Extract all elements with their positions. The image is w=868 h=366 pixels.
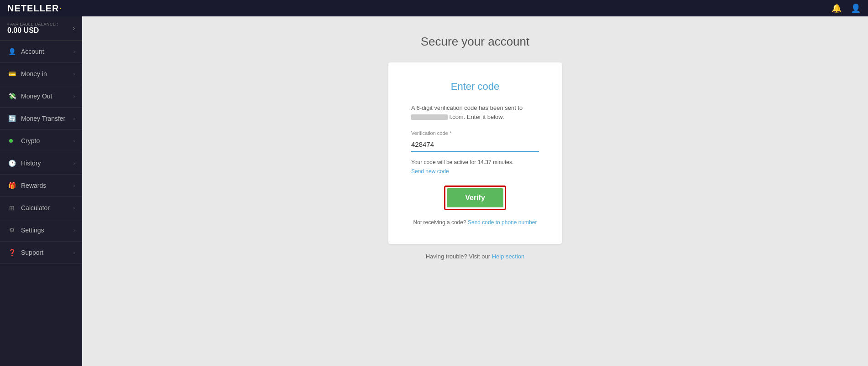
card-title: Enter code bbox=[411, 81, 539, 93]
support-arrow-icon: › bbox=[73, 250, 75, 255]
money-transfer-arrow-icon: › bbox=[73, 116, 75, 121]
verification-form-group: Verification code * bbox=[411, 130, 539, 152]
sidebar-item-calculator[interactable]: ⊞ Calculator › bbox=[0, 197, 82, 219]
sidebar-label-rewards: Rewards bbox=[21, 182, 46, 189]
balance-label: • AVAILABLE BALANCE : bbox=[7, 22, 58, 26]
sidebar-label-history: History bbox=[21, 160, 41, 167]
having-trouble-text: Having trouble? Visit our Help section bbox=[426, 253, 525, 260]
sidebar-label-money-out: Money Out bbox=[21, 93, 52, 100]
sidebar-label-money-transfer: Money Transfer bbox=[21, 115, 65, 122]
verification-code-input[interactable] bbox=[411, 138, 539, 152]
sidebar-label-money-in: Money in bbox=[21, 70, 47, 77]
crypto-icon bbox=[7, 136, 16, 145]
card-desc-prefix: A 6-digit verification code has been sen… bbox=[411, 104, 523, 111]
no-code-prefix: Not receiving a code? bbox=[413, 219, 466, 226]
verify-button[interactable]: Verify bbox=[447, 188, 503, 207]
help-section-link[interactable]: Help section bbox=[492, 253, 525, 260]
code-timer-text: Your code will be active for 14.37 minut… bbox=[411, 159, 539, 165]
trouble-prefix: Having trouble? Visit our bbox=[426, 253, 490, 260]
balance-amount: 0.00 USD bbox=[7, 26, 58, 35]
balance-arrow-icon: › bbox=[73, 25, 75, 31]
card-desc-suffix: l.com. Enter it below. bbox=[450, 113, 504, 120]
account-arrow-icon: › bbox=[73, 49, 75, 54]
verification-code-label: Verification code * bbox=[411, 130, 539, 136]
settings-icon: ⚙ bbox=[7, 226, 16, 235]
money-in-icon: 💳 bbox=[7, 69, 16, 78]
sidebar-item-money-out[interactable]: 💸 Money Out › bbox=[0, 85, 82, 108]
header-icons: 🔔 👤 bbox=[831, 3, 861, 13]
top-header: NETELLER· 🔔 👤 bbox=[0, 0, 868, 16]
history-icon: 🕐 bbox=[7, 159, 16, 168]
send-code-phone-link[interactable]: Send code to phone number bbox=[468, 219, 537, 226]
sidebar: • AVAILABLE BALANCE : 0.00 USD › 👤 Accou… bbox=[0, 16, 82, 366]
support-icon: ❓ bbox=[7, 248, 16, 257]
money-out-icon: 💸 bbox=[7, 92, 16, 101]
crypto-arrow-icon: › bbox=[73, 139, 75, 144]
calculator-arrow-icon: › bbox=[73, 206, 75, 211]
sidebar-label-calculator: Calculator bbox=[21, 204, 50, 211]
sidebar-item-money-transfer[interactable]: 🔄 Money Transfer › bbox=[0, 108, 82, 130]
verify-button-wrapper: Verify bbox=[411, 186, 539, 210]
sidebar-label-account: Account bbox=[21, 48, 44, 55]
sidebar-item-money-in[interactable]: 💳 Money in › bbox=[0, 63, 82, 85]
money-in-arrow-icon: › bbox=[73, 72, 75, 77]
account-icon: 👤 bbox=[7, 47, 16, 56]
verify-button-highlight: Verify bbox=[444, 186, 506, 210]
no-code-text: Not receiving a code? Send code to phone… bbox=[411, 219, 539, 226]
logo: NETELLER· bbox=[7, 3, 62, 14]
main-content: Secure your account Enter code A 6-digit… bbox=[82, 16, 868, 366]
balance-section[interactable]: • AVAILABLE BALANCE : 0.00 USD › bbox=[0, 16, 82, 41]
sidebar-label-crypto: Crypto bbox=[21, 137, 40, 144]
history-arrow-icon: › bbox=[73, 161, 75, 166]
notification-icon[interactable]: 🔔 bbox=[831, 3, 842, 13]
settings-arrow-icon: › bbox=[73, 228, 75, 233]
user-icon[interactable]: 👤 bbox=[851, 3, 861, 13]
sidebar-item-history[interactable]: 🕐 History › bbox=[0, 152, 82, 175]
verification-card: Enter code A 6-digit verification code h… bbox=[388, 62, 562, 244]
sidebar-item-account[interactable]: 👤 Account › bbox=[0, 41, 82, 63]
money-transfer-icon: 🔄 bbox=[7, 114, 16, 123]
logo-text: NETELLER bbox=[7, 3, 59, 13]
sidebar-item-rewards[interactable]: 🎁 Rewards › bbox=[0, 175, 82, 197]
sidebar-item-support[interactable]: ❓ Support › bbox=[0, 242, 82, 264]
rewards-icon: 🎁 bbox=[7, 181, 16, 190]
masked-email bbox=[411, 114, 448, 120]
money-out-arrow-icon: › bbox=[73, 94, 75, 99]
sidebar-label-settings: Settings bbox=[21, 227, 44, 234]
sidebar-item-crypto[interactable]: Crypto › bbox=[0, 130, 82, 152]
card-description: A 6-digit verification code has been sen… bbox=[411, 103, 539, 121]
send-new-code-link[interactable]: Send new code bbox=[411, 168, 539, 175]
sidebar-label-support: Support bbox=[21, 249, 43, 256]
calculator-icon: ⊞ bbox=[7, 203, 16, 212]
rewards-arrow-icon: › bbox=[73, 183, 75, 188]
sidebar-item-settings[interactable]: ⚙ Settings › bbox=[0, 219, 82, 242]
page-title: Secure your account bbox=[421, 35, 529, 49]
